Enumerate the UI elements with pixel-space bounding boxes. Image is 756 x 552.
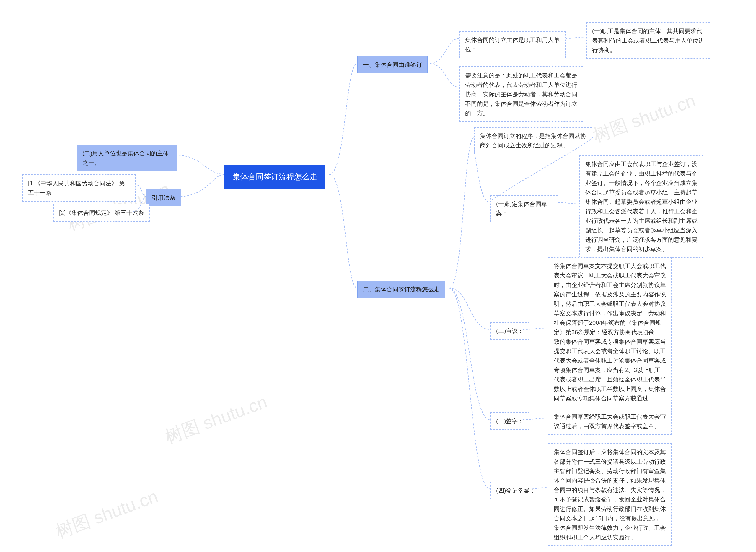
s1-mainbody-detail[interactable]: (一)职工是集体合同的主体，其共同要求代表其利益的工会或者职工代表与用人单位进行… [586,22,710,59]
left-node-employer[interactable]: (二)用人单位也是集体合同的主体之一。 [77,145,177,171]
s2-step1-label[interactable]: (一)制定集体合同草案： [490,195,558,222]
left-citation-1[interactable]: [1]《中华人民共和国劳动合同法》 第五十一条 [22,174,136,201]
root-node[interactable]: 集体合同签订流程怎么走 [224,165,326,188]
s2-step1-text[interactable]: 集体合同应由工会代表职工与企业签订，没有建立工会的企业，由职工推举的代表与企业签… [579,155,704,258]
s2-step4-text[interactable]: 集体合同签订后，应将集体合同的文本及其各部分附件一式三份提请县级以上劳动行政主管… [548,443,672,546]
left-citation-2[interactable]: [2]《集体合同规定》 第三十六条 [53,204,150,222]
section1-title[interactable]: 一、集体合同由谁签订 [357,56,428,73]
s2-step2-label[interactable]: (二)审议： [490,322,530,340]
left-node-citation[interactable]: 引用法条 [146,189,181,206]
watermark: 树图 shutu.cn [52,485,161,544]
s2-step4-label[interactable]: (四)登记备案： [490,482,541,500]
s2-step2-text[interactable]: 将集体合同草案文本提交职工大会或职工代表大会审议。职工大会或职工代表大会审议时，… [548,257,672,407]
s2-step3-label[interactable]: (三)签字： [490,412,530,430]
watermark: 树图 shutu.cn [590,89,699,148]
s1-note[interactable]: 需要注意的是：此处的职工代表和工会都是劳动者的代表，代表劳动者和用人单位进行协商… [459,66,583,122]
s2-step3-text[interactable]: 集体合同草案经职工大会或职工代表大会审议通过后，由双方首席代表签字或盖章。 [548,408,672,435]
s2-intro[interactable]: 集体合同订立的程序，是指集体合同从协商到合同成立生效所经过的过程。 [474,127,592,154]
s1-mainbody[interactable]: 集体合同的订立主体是职工和用人单位： [459,31,566,58]
section2-title[interactable]: 二、集体合同签订流程怎么走 [357,281,445,298]
watermark: 树图 shutu.cn [162,390,270,449]
